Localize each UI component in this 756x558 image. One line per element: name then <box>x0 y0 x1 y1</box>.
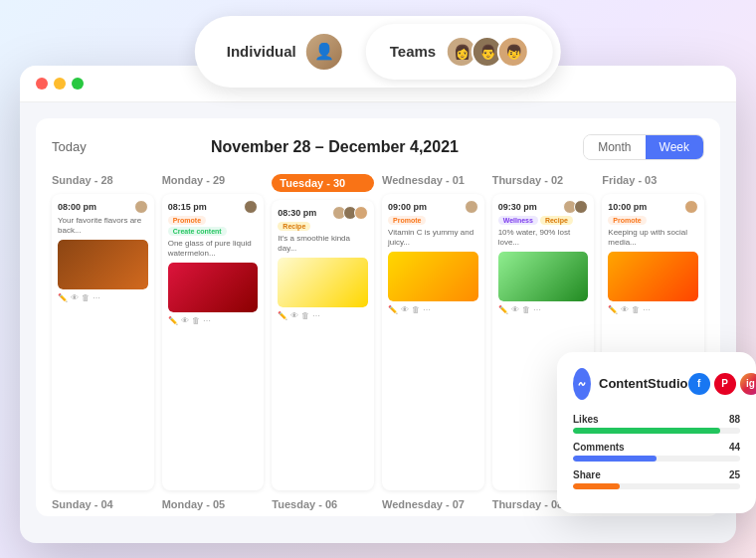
card-wed01[interactable]: 09:00 pm Promote Vitamin C is yummy and … <box>382 194 484 490</box>
share-value: 25 <box>729 469 740 480</box>
card-sun28[interactable]: 08:00 pm Your favorite flavors are back.… <box>52 194 154 490</box>
col-wed01: Wednesday - 01 09:00 pm Promote Vitamin … <box>382 174 484 490</box>
tag-promote: Promote <box>168 216 206 225</box>
share-bar <box>573 483 620 489</box>
tag-wellness: Wellness <box>498 216 538 225</box>
card-time-thu02: 09:30 pm <box>498 200 589 214</box>
individual-label: Individual <box>227 43 296 60</box>
team-avatar-3: 👦 <box>497 36 529 68</box>
card-actions-mon29: ✏️ 👁 🗑 ⋯ <box>168 316 259 325</box>
more-icon[interactable]: ⋯ <box>93 293 100 302</box>
tags-mon29: Promote Create content <box>168 216 259 236</box>
teams-avatars: 👩 👨 👦 <box>446 36 529 68</box>
scene: Individual 👤 Teams 👩 👨 👦 Today <box>20 16 736 543</box>
brand-icon <box>573 368 591 400</box>
delete-icon[interactable]: 🗑 <box>522 305 530 314</box>
delete-icon[interactable]: 🗑 <box>301 311 309 320</box>
tags-wed01: Promote <box>388 216 478 225</box>
likes-bar-bg <box>573 428 740 434</box>
week-view-button[interactable]: Week <box>646 135 703 159</box>
view-icon[interactable]: 👁 <box>290 311 298 320</box>
likes-bar <box>573 428 720 434</box>
comments-value: 44 <box>729 442 740 453</box>
delete-icon[interactable]: 🗑 <box>412 305 420 314</box>
tag-create: Create content <box>168 227 227 236</box>
edit-icon[interactable]: ✏️ <box>388 305 398 314</box>
tags-thu02: Wellness Recipe <box>498 216 589 225</box>
brand-name: ContentStudio <box>599 376 688 391</box>
edit-icon[interactable]: ✏️ <box>168 316 178 325</box>
card-time-fri03: 10:00 pm <box>608 200 698 214</box>
edit-icon[interactable]: ✏️ <box>498 305 508 314</box>
likes-value: 88 <box>729 414 740 425</box>
more-icon[interactable]: ⋯ <box>203 316 211 325</box>
card-desc-tue30: It's a smoothie kinda day... <box>278 234 368 255</box>
more-icon[interactable]: ⋯ <box>423 305 431 314</box>
close-dot[interactable] <box>36 78 48 90</box>
card-actions-wed01: ✏️ 👁 🗑 ⋯ <box>388 305 478 314</box>
col-wed07: Wednesday - 07 09:15 pm Wellness Every b… <box>382 498 484 516</box>
share-label: Share 25 <box>573 469 740 480</box>
tag-promote-fri: Promote <box>608 216 646 225</box>
card-actions-thu02: ✏️ 👁 🗑 ⋯ <box>498 305 589 314</box>
tag-recipe-thu: Recipe <box>540 216 573 225</box>
comments-bar <box>573 456 657 462</box>
social-icons: f P ig <box>688 373 756 395</box>
view-icon[interactable]: 👁 <box>401 305 409 314</box>
analytics-card-header: ContentStudio f P ig <box>573 368 740 400</box>
view-buttons: Month Week <box>583 134 704 160</box>
view-icon[interactable]: 👁 <box>71 293 79 302</box>
card-img-thu02 <box>498 252 589 301</box>
view-icon[interactable]: 👁 <box>181 316 189 325</box>
maximize-dot[interactable] <box>72 78 84 90</box>
col-tue06: Tuesday - 06 08:30 pm Create It's <box>272 498 374 516</box>
teams-label: Teams <box>390 43 436 60</box>
card-img-wed01 <box>388 252 478 301</box>
delete-icon[interactable]: 🗑 <box>82 293 90 302</box>
col-sun28: Sunday - 28 08:00 pm Your favorite flavo… <box>52 174 154 490</box>
comments-label: Comments 44 <box>573 442 740 453</box>
tag-recipe: Recipe <box>278 222 310 231</box>
more-icon[interactable]: ⋯ <box>533 305 541 314</box>
tags-fri03: Promote <box>608 216 698 225</box>
pinterest-icon[interactable]: P <box>714 373 736 395</box>
minimize-dot[interactable] <box>54 78 66 90</box>
instagram-icon[interactable]: ig <box>740 373 756 395</box>
card-tue30[interactable]: 08:30 pm Recipe It's a smoothie kinda da… <box>272 200 374 490</box>
likes-stat: Likes 88 <box>573 414 740 434</box>
tags-tue30: Recipe <box>278 222 368 231</box>
day-mon29: Monday - 29 <box>162 174 265 186</box>
edit-icon[interactable]: ✏️ <box>58 293 68 302</box>
delete-icon[interactable]: 🗑 <box>632 305 640 314</box>
date-range: November 28 – December 4,2021 <box>211 138 459 156</box>
tag-promote-wed: Promote <box>388 216 426 225</box>
card-img-fri03 <box>608 252 698 301</box>
analytics-card: ContentStudio f P ig Likes 88 Comments 4… <box>557 352 756 513</box>
card-mon29[interactable]: 08:15 pm Promote Create content One glas… <box>162 194 265 490</box>
more-icon[interactable]: ⋯ <box>312 311 320 320</box>
card-desc-thu02: 10% water, 90% lost love... <box>498 228 589 249</box>
month-view-button[interactable]: Month <box>584 135 645 159</box>
day-sun04: Sunday - 04 <box>52 498 154 510</box>
view-icon[interactable]: 👁 <box>621 305 629 314</box>
day-tue30: Tuesday - 30 <box>272 174 374 192</box>
delete-icon[interactable]: 🗑 <box>192 316 200 325</box>
facebook-icon[interactable]: f <box>688 373 710 395</box>
edit-icon[interactable]: ✏️ <box>278 311 287 320</box>
card-desc-sun28: Your favorite flavors are back... <box>58 216 148 237</box>
view-icon[interactable]: 👁 <box>511 305 519 314</box>
comments-bar-bg <box>573 456 740 462</box>
day-wed07: Wednesday - 07 <box>382 498 484 510</box>
col-tue30: Tuesday - 30 08:30 pm Recipe <box>272 174 374 490</box>
tab-teams[interactable]: Teams 👩 👨 👦 <box>366 24 553 80</box>
col-mon05: Monday - 05 08:15 pm Name one fruit you … <box>162 498 265 516</box>
day-wed01: Wednesday - 01 <box>382 174 484 186</box>
comments-stat: Comments 44 <box>573 442 740 462</box>
likes-label: Likes 88 <box>573 414 740 425</box>
tab-switcher: Individual 👤 Teams 👩 👨 👦 <box>195 16 561 88</box>
edit-icon[interactable]: ✏️ <box>608 305 618 314</box>
tab-individual[interactable]: Individual 👤 <box>203 24 366 80</box>
today-button[interactable]: Today <box>52 139 87 154</box>
share-bar-bg <box>573 483 740 489</box>
more-icon[interactable]: ⋯ <box>643 305 651 314</box>
